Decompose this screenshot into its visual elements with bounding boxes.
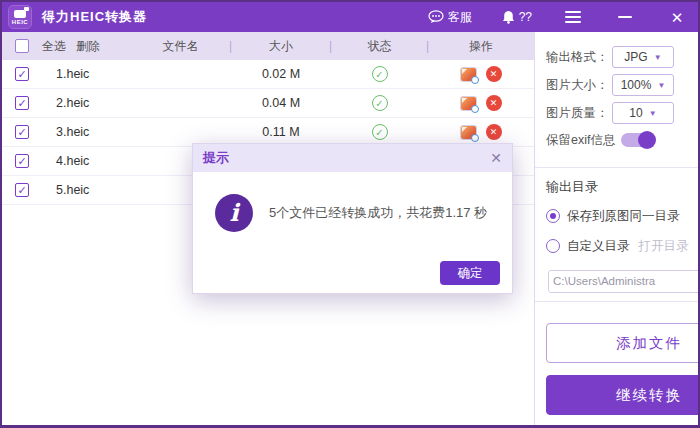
delete-selected-button[interactable]: 删除 (76, 38, 100, 55)
radio-custom-directory[interactable]: 自定义目录 打开目录 (546, 238, 700, 255)
column-separator: | (426, 39, 429, 53)
result-dialog: 提示 ✕ i 5个文件已经转换成功，共花费1.17 秒 确定 (192, 143, 513, 294)
keep-exif-label: 保留exif信息 (546, 132, 615, 149)
divider (535, 301, 700, 302)
chevron-down-icon: ▼ (649, 109, 657, 118)
keep-exif-toggle[interactable] (621, 133, 655, 147)
table-row: 2.heic 0.04 M ✓ ✕ (2, 89, 534, 118)
column-filename: 文件名 (130, 38, 231, 55)
delete-file-icon[interactable]: ✕ (486, 95, 502, 111)
image-quality-label: 图片质量： (546, 105, 614, 122)
delete-file-icon[interactable]: ✕ (486, 124, 502, 140)
row-checkbox[interactable] (15, 183, 29, 197)
bell-icon (502, 10, 515, 24)
preview-image-icon[interactable] (461, 97, 476, 110)
file-name: 3.heic (42, 125, 231, 139)
chevron-down-icon: ▼ (657, 81, 665, 90)
customer-service-button[interactable]: 客服 (428, 9, 472, 26)
output-format-label: 输出格式： (546, 49, 614, 66)
row-checkbox[interactable] (15, 154, 29, 168)
dialog-header: 提示 ✕ (193, 144, 512, 172)
table-header: 全选 删除 文件名 |大小 |状态 |操作 (2, 32, 534, 60)
column-size: |大小 (231, 38, 331, 55)
continue-convert-button[interactable]: 继续转换 (546, 375, 700, 415)
minimize-icon (618, 16, 632, 18)
minimize-button[interactable] (614, 6, 636, 28)
toggle-knob (638, 131, 656, 149)
image-size-select[interactable]: 100% ▼ (612, 74, 674, 96)
help-label: ?? (519, 10, 532, 24)
column-separator: | (229, 39, 232, 53)
select-all-label[interactable]: 全选 (42, 38, 66, 55)
image-quality-select[interactable]: 10 ▼ (612, 102, 674, 124)
close-icon: ✕ (671, 10, 684, 25)
select-all-checkbox[interactable] (15, 39, 29, 53)
info-icon: i (215, 194, 253, 232)
customer-service-label: 客服 (448, 9, 472, 26)
radio-same-directory[interactable]: 保存到原图同一目录 (546, 208, 700, 225)
file-size: 0.02 M (231, 67, 331, 81)
file-name: 2.heic (42, 96, 231, 110)
column-separator: | (329, 39, 332, 53)
help-button[interactable]: ?? (502, 10, 532, 24)
column-status: |状态 (331, 38, 428, 55)
dialog-title: 提示 (203, 149, 229, 167)
radio-custom-directory-label: 自定义目录 (567, 238, 630, 255)
file-name: 1.heic (42, 67, 231, 81)
app-logo: HEIC (8, 5, 32, 29)
settings-sidebar: 输出格式： JPG ▼ 图片大小： 100% ▼ 图片质量： 10 ▼ (535, 32, 700, 425)
confirm-button[interactable]: 确定 (440, 261, 500, 285)
success-status-icon: ✓ (372, 124, 388, 140)
dialog-close-icon[interactable]: ✕ (490, 151, 502, 165)
row-checkbox[interactable] (15, 125, 29, 139)
chat-bubble-icon (428, 10, 444, 24)
camera-icon (14, 10, 26, 18)
radio-same-directory-label: 保存到原图同一目录 (567, 208, 680, 225)
hamburger-icon (565, 11, 581, 23)
image-size-label: 图片大小： (546, 77, 614, 94)
window-title: 得力HEIC转换器 (42, 8, 147, 26)
dialog-message: 5个文件已经转换成功，共花费1.17 秒 (269, 204, 487, 222)
output-format-value: JPG (624, 50, 647, 64)
menu-button[interactable] (562, 6, 584, 28)
app-window: HEIC 得力HEIC转换器 客服 ?? (0, 0, 700, 428)
add-files-button[interactable]: 添加文件 (546, 323, 700, 363)
file-size: 0.11 M (231, 125, 331, 139)
chevron-down-icon: ▼ (654, 53, 662, 62)
title-bar: HEIC 得力HEIC转换器 客服 ?? (2, 2, 698, 32)
success-status-icon: ✓ (372, 95, 388, 111)
open-directory-link[interactable]: 打开目录 (639, 238, 689, 255)
table-row: 1.heic 0.02 M ✓ ✕ (2, 60, 534, 89)
divider (535, 167, 700, 168)
preview-image-icon[interactable] (461, 126, 476, 139)
row-checkbox[interactable] (15, 96, 29, 110)
delete-file-icon[interactable]: ✕ (486, 66, 502, 82)
column-actions: |操作 (428, 38, 534, 55)
success-status-icon: ✓ (372, 66, 388, 82)
output-format-select[interactable]: JPG ▼ (612, 46, 674, 68)
logo-label: HEIC (12, 19, 28, 25)
radio-unselected-icon (546, 239, 560, 253)
output-path-input[interactable] (549, 271, 700, 292)
output-directory-title: 输出目录 (546, 178, 700, 196)
radio-selected-icon (546, 209, 560, 223)
image-size-value: 100% (621, 78, 652, 92)
preview-image-icon[interactable] (461, 68, 476, 81)
close-button[interactable]: ✕ (666, 6, 688, 28)
file-size: 0.04 M (231, 96, 331, 110)
row-checkbox[interactable] (15, 67, 29, 81)
image-quality-value: 10 (629, 106, 642, 120)
